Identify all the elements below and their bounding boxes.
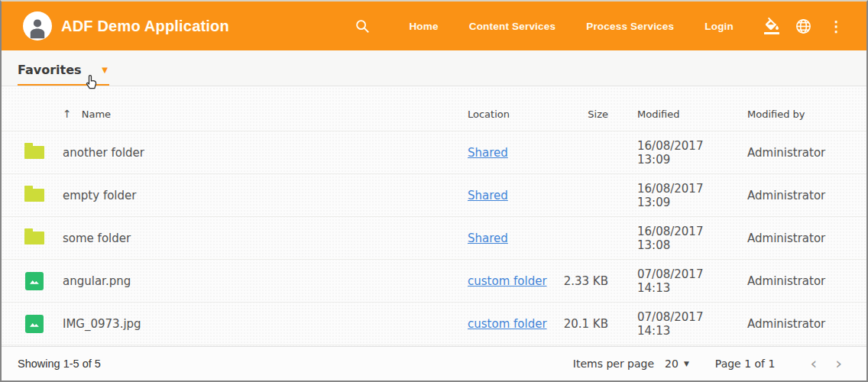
folder-icon [24,231,44,244]
items-per-page-select[interactable]: 20 ▼ [665,358,689,370]
table-header-row: ↑ Name Location Size Modified Modified b… [2,86,866,131]
next-page-icon[interactable]: › [826,355,851,372]
pagination-bar: Showing 1-5 of 5 Items per page 20 ▼ Pag… [2,346,866,380]
file-name[interactable]: angular.png [63,274,468,288]
image-file-icon [25,315,44,333]
previous-page-icon[interactable]: ‹ [801,355,826,372]
modified-by: Administrator [741,189,848,202]
app-header: ADF Demo Application Home Content Servic… [2,2,866,50]
app-title: ADF Demo Application [61,18,229,35]
location-link[interactable]: Shared [468,231,508,245]
image-file-icon [25,272,44,290]
table-row[interactable]: some folder Shared 16/08/2017 13:08 Admi… [2,217,866,260]
modified-date: 16/08/2017 13:08 [627,225,734,252]
modified-date: 16/08/2017 13:09 [627,139,734,167]
folder-icon [24,146,44,159]
document-list-toolbar: Favorites ▼ [2,50,866,86]
main-nav: Home Content Services Process Services L… [394,21,749,32]
file-name[interactable]: IMG_0973.jpg [63,317,468,331]
file-name[interactable]: empty folder [63,189,468,202]
file-name[interactable]: some folder [63,231,468,245]
avatar [23,11,52,40]
nav-item-home[interactable]: Home [409,21,438,32]
location-link[interactable]: custom folder [468,274,547,288]
table-row[interactable]: angular.png custom folder 2.33 KB 07/08/… [2,260,866,303]
items-per-page-label: Items per page [573,358,654,370]
modified-by: Administrator [741,231,848,245]
favorites-label: Favorites [18,63,82,77]
column-header-size[interactable]: Size [559,108,608,120]
favorites-dropdown[interactable]: Favorites ▼ [18,58,109,86]
page-indicator: Page 1 of 1 [715,358,776,370]
column-header-modified-by[interactable]: Modified by [741,108,848,120]
nav-item-content-services[interactable]: Content Services [469,21,556,32]
language-globe-icon[interactable] [792,15,815,38]
modified-by: Administrator [741,274,848,288]
file-name[interactable]: another folder [63,146,468,160]
column-header-modified[interactable]: Modified [627,108,734,120]
modified-by: Administrator [741,146,848,160]
document-list: ↑ Name Location Size Modified Modified b… [2,86,866,346]
location-link[interactable]: Shared [468,146,508,160]
app-window: ADF Demo Application Home Content Servic… [0,0,868,382]
location-link[interactable]: custom folder [468,317,547,331]
chevron-down-icon: ▼ [102,66,108,74]
search-icon[interactable] [351,15,374,37]
chevron-down-icon: ▼ [684,360,689,367]
modified-date: 07/08/2017 14:13 [627,267,734,295]
folder-icon [24,189,44,202]
table-row[interactable]: another folder Shared 16/08/2017 13:09 A… [2,131,866,174]
person-icon [24,15,50,40]
file-size: 20.1 KB [559,317,608,331]
column-header-name[interactable]: ↑ Name [63,108,468,120]
modified-date: 07/08/2017 14:13 [627,310,734,338]
nav-item-process-services[interactable]: Process Services [586,21,674,32]
location-link[interactable]: Shared [468,189,508,202]
file-size: 2.33 KB [559,274,608,288]
cursor-hand-icon [83,73,100,92]
table-row[interactable]: IMG_0973.jpg custom folder 20.1 KB 07/08… [2,303,866,345]
sort-asc-icon: ↑ [63,108,72,120]
nav-item-login[interactable]: Login [704,21,734,32]
modified-by: Administrator [741,317,848,331]
showing-count: Showing 1-5 of 5 [18,358,101,370]
modified-date: 16/08/2017 13:09 [627,182,734,209]
more-menu-icon[interactable]: ⋮ [823,19,850,34]
color-fill-icon[interactable] [760,14,784,38]
column-header-location[interactable]: Location [468,108,559,120]
table-row[interactable]: empty folder Shared 16/08/2017 13:09 Adm… [2,174,866,217]
